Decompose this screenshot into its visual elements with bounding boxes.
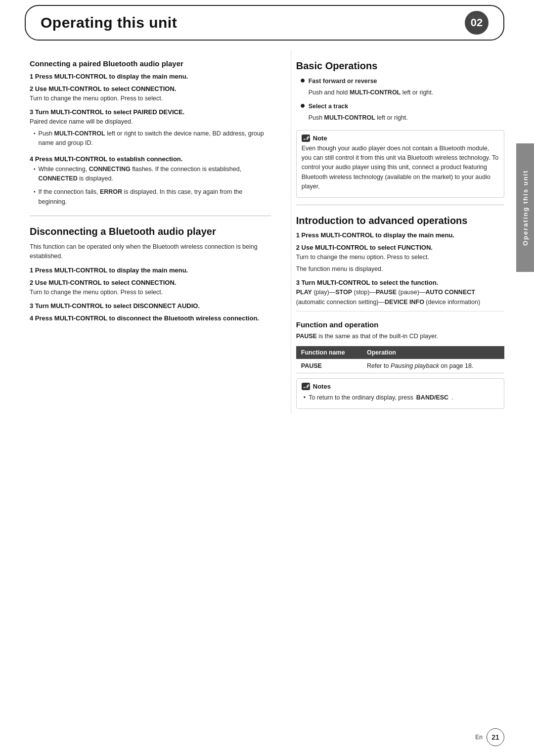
- select-track-item: ● Select a track Push MULTI-CONTROL left…: [296, 102, 504, 125]
- section-label: Section: [468, 14, 485, 19]
- bullet-square-3: ▪: [34, 189, 36, 209]
- table-col2: Operation: [362, 346, 504, 359]
- bullet-circle-2: ●: [300, 101, 306, 125]
- notes-label: Notes: [313, 383, 331, 390]
- basic-ops-heading: Basic Operations: [296, 60, 504, 72]
- note-icon: 𝒩: [302, 134, 310, 142]
- dis-step2-body: Turn to change the menu option. Press to…: [30, 288, 271, 297]
- step4-heading: 4 Press MULTI-CONTROL to establish conne…: [30, 155, 271, 163]
- bullet1-text: Push MULTI-CONTROL left or right to swit…: [39, 129, 271, 148]
- note-header: 𝒩 Note: [302, 134, 499, 142]
- bullet3-item: ▪ If the connection fails, ERROR is disp…: [30, 187, 271, 209]
- bullet-square-1: ▪: [34, 131, 36, 150]
- left-column: Connecting a paired Bluetooth audio play…: [30, 50, 276, 414]
- function-table: Function name Operation PAUSE Refer to P…: [296, 346, 504, 373]
- table-row1-col2: Refer to Pausing playback on page 18.: [362, 359, 504, 373]
- notes-icon: 𝒩: [302, 383, 310, 390]
- note-body: Even though your audio player does not c…: [302, 144, 499, 192]
- intro-step2-body: Turn to change the menu option. Press to…: [296, 253, 504, 262]
- side-tab: Operating this unit: [516, 143, 534, 272]
- bullet2-text: While connecting, CONNECTING flashes. If…: [39, 165, 271, 184]
- bullet3-text: If the connection fails, ERROR is displa…: [39, 187, 271, 207]
- dis-step3-heading: 3 Turn MULTI-CONTROL to select DISCONNEC…: [30, 302, 271, 310]
- dis-step1-heading: 1 Press MULTI-CONTROL to display the mai…: [30, 267, 271, 274]
- table-col1: Function name: [296, 346, 362, 359]
- main-content: Connecting a paired Bluetooth audio play…: [0, 41, 534, 414]
- page-title: Operating this unit: [41, 14, 177, 31]
- select-track-label: Select a track: [309, 102, 408, 111]
- dis-step2-heading: 2 Use MULTI-CONTROL to select CONNECTION…: [30, 279, 271, 286]
- note-label: Note: [313, 134, 327, 142]
- notes-bullet1: To return to the ordinary display, press…: [302, 393, 499, 402]
- fast-forward-label: Fast forward or reverse: [309, 77, 434, 86]
- page-container: Section Operating this unit 02 Operating…: [0, 5, 534, 756]
- table-row: PAUSE Refer to Pausing playback on page …: [296, 359, 504, 373]
- connecting-heading: Connecting a paired Bluetooth audio play…: [30, 59, 271, 68]
- step2-body: Turn to change the menu option. Press to…: [30, 94, 271, 103]
- bullet1-item: ▪ Push MULTI-CONTROL left or right to sw…: [30, 129, 271, 150]
- function-op-body: PAUSE is the same as that of the built-i…: [296, 332, 504, 341]
- divider-2: [296, 205, 504, 205]
- intro-step3-heading: 3 Turn MULTI-CONTROL to select the funct…: [296, 279, 504, 286]
- fast-forward-body: Push and hold MULTI-CONTROL left or righ…: [309, 88, 434, 97]
- intro-step1-heading: 1 Press MULTI-CONTROL to display the mai…: [296, 231, 504, 239]
- fast-forward-item: ● Fast forward or reverse Push and hold …: [296, 77, 504, 100]
- step3-heading: 3 Turn MULTI-CONTROL to select PAIRED DE…: [30, 108, 271, 116]
- page-footer: En 21: [0, 728, 534, 746]
- notes-box: 𝒩 Notes To return to the ordinary displa…: [296, 378, 504, 408]
- dis-step4-heading: 4 Press MULTI-CONTROL to disconnect the …: [30, 314, 271, 322]
- bullet2-item: ▪ While connecting, CONNECTING flashes. …: [30, 165, 271, 186]
- bullet-square-2: ▪: [34, 166, 36, 186]
- page-number: 21: [487, 728, 504, 746]
- italic-text: Pausing playback: [391, 362, 439, 369]
- bullet-circle-1: ●: [300, 76, 306, 100]
- select-track-body: Push MULTI-CONTROL left or right.: [309, 113, 408, 123]
- paired-display: Paired device name will be displayed.: [30, 117, 271, 127]
- title-bar: Operating this unit 02: [25, 5, 504, 41]
- divider-1: [30, 216, 271, 216]
- note-box: 𝒩 Note Even though your audio player doe…: [296, 130, 504, 198]
- en-label: En: [475, 734, 483, 741]
- table-row1-col1: PAUSE: [296, 359, 362, 373]
- function-menu-displayed: The function menu is displayed.: [296, 265, 504, 274]
- intro-step2-heading: 2 Use MULTI-CONTROL to select FUNCTION.: [296, 244, 504, 251]
- disconnecting-body: This function can be operated only when …: [30, 242, 271, 262]
- notes-header: 𝒩 Notes: [302, 383, 499, 390]
- step1-heading: 1 Press MULTI-CONTROL to display the mai…: [30, 73, 271, 80]
- intro-heading: Introduction to advanced operations: [296, 215, 504, 226]
- intro-step3-body: PLAY (play)—STOP (stop)—PAUSE (pause)—AU…: [296, 288, 504, 307]
- right-column: Basic Operations ● Fast forward or rever…: [291, 50, 504, 414]
- step2-heading: 2 Use MULTI-CONTROL to select CONNECTION…: [30, 85, 271, 92]
- sub-divider-1: [296, 311, 504, 311]
- function-op-heading: Function and operation: [296, 320, 504, 329]
- disconnecting-heading: Disconnecting a Bluetooth audio player: [30, 226, 271, 237]
